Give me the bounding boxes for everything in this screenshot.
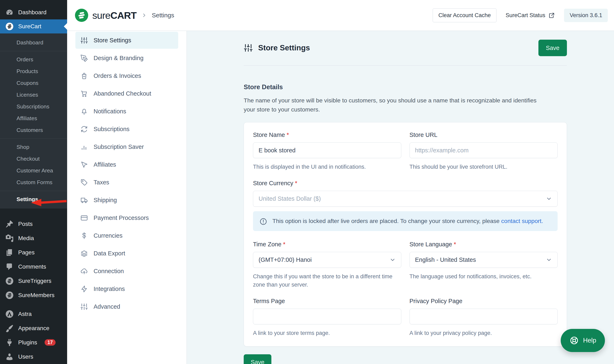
- page-title-row: Store Settings Save: [244, 40, 567, 56]
- sidebar-item-label: SureMembers: [18, 292, 54, 299]
- bar-chart-icon: [80, 143, 88, 151]
- privacy-page-input[interactable]: [410, 309, 558, 324]
- submenu-item-subscriptions[interactable]: Subscriptions: [0, 101, 67, 113]
- sidebar-item-label: Astra: [18, 311, 32, 317]
- store-language-select[interactable]: English - United States: [410, 252, 558, 268]
- store-language-value: English - United States: [415, 256, 476, 263]
- help-button[interactable]: Help: [561, 329, 605, 352]
- nav-item-subscriptions[interactable]: Subscriptions: [75, 121, 178, 138]
- sidebar-item-plugins[interactable]: Plugins 17: [0, 335, 67, 350]
- sidebar-item-suremembers[interactable]: SureMembers: [0, 288, 67, 302]
- cart-icon: [80, 90, 88, 97]
- store-currency-value: United States Dollar ($): [259, 195, 321, 202]
- pen-nib-icon: [80, 54, 88, 62]
- contact-support-link[interactable]: contact support.: [501, 218, 543, 224]
- sidebar-item-media[interactable]: Media: [0, 231, 67, 245]
- sidebar-item-posts[interactable]: Posts: [0, 217, 67, 231]
- save-button-bottom[interactable]: Save: [244, 354, 271, 364]
- submenu-item-customer-area[interactable]: Customer Area: [0, 165, 67, 177]
- nav-item-design-branding[interactable]: Design & Branding: [75, 50, 178, 66]
- sidebar-item-astra[interactable]: Astra: [0, 307, 67, 321]
- sidebar-item-pages[interactable]: Pages: [0, 245, 67, 260]
- info-icon: [259, 217, 267, 226]
- time-zone-value: (GMT+07:00) Hanoi: [259, 256, 312, 263]
- nav-item-connection[interactable]: Connection: [75, 263, 178, 280]
- store-language-field-group: Store Language* English - United States …: [410, 241, 558, 289]
- submenu-item-custom-forms[interactable]: Custom Forms: [0, 177, 67, 188]
- terms-page-input[interactable]: [253, 309, 401, 324]
- layers-icon: [80, 250, 88, 257]
- suretriggers-logo-icon: [5, 277, 14, 285]
- nav-item-advanced[interactable]: Advanced: [75, 298, 178, 315]
- chevron-down-icon: [546, 257, 552, 263]
- main-panel: Store Settings Save Store Details The na…: [187, 31, 614, 364]
- submenu-item-dashboard[interactable]: Dashboard: [0, 37, 67, 49]
- nav-item-store-settings[interactable]: Store Settings: [75, 32, 178, 49]
- sidebar-item-surecart[interactable]: SureCart: [0, 19, 67, 33]
- brand-wordmark: sureCART: [92, 10, 137, 21]
- external-link-icon: [548, 12, 555, 19]
- required-marker: *: [454, 241, 456, 247]
- plugins-count-badge: 17: [45, 339, 56, 346]
- privacy-page-help: A link to your privacy policy page.: [410, 329, 558, 337]
- nav-item-label: Subscription Saver: [93, 143, 144, 150]
- nav-item-affiliates[interactable]: Affiliates: [75, 156, 178, 173]
- sidebar-item-label: Appearance: [18, 325, 49, 332]
- nav-item-label: Integrations: [93, 286, 125, 292]
- store-currency-select[interactable]: United States Dollar ($): [253, 191, 558, 207]
- submenu-item-licenses[interactable]: Licenses: [0, 89, 67, 101]
- submenu-divider: [0, 191, 67, 191]
- sidebar-top-padding: [0, 0, 67, 5]
- nav-item-orders-invoices[interactable]: Orders & Invoices: [75, 67, 178, 84]
- nav-item-label: Advanced: [93, 303, 120, 310]
- nav-item-data-export[interactable]: Data Export: [75, 245, 178, 262]
- header-actions: Clear Account Cache SureCart Status Vers…: [433, 9, 608, 22]
- store-name-label: Store Name*: [253, 131, 401, 138]
- sidebar-item-wp-dashboard[interactable]: Dashboard: [0, 5, 67, 19]
- sidebar-item-label: Media: [18, 235, 34, 242]
- terms-page-field-group: Terms Page A link to your store terms pa…: [253, 298, 401, 337]
- chevron-down-icon: [546, 195, 552, 202]
- sidebar-item-suretriggers[interactable]: SureTriggers: [0, 274, 67, 288]
- gauge-icon: [5, 8, 14, 16]
- surecart-status-link[interactable]: SureCart Status: [506, 12, 555, 19]
- page-title: Store Settings: [258, 44, 310, 52]
- sidebar-item-label: Plugins: [18, 339, 37, 346]
- sidebar-item-appearance[interactable]: Appearance: [0, 321, 67, 335]
- sidebar-item-users[interactable]: Users: [0, 350, 67, 364]
- store-name-field-group: Store Name* This is displayed in the UI …: [253, 131, 401, 171]
- nav-item-taxes[interactable]: Taxes: [75, 174, 178, 191]
- surecart-app: sureCART Settings Clear Account Cache Su…: [67, 0, 614, 364]
- submenu-item-coupons[interactable]: Coupons: [0, 77, 67, 89]
- surecart-brand[interactable]: sureCART: [75, 9, 137, 22]
- sidebar-item-label: SureTriggers: [18, 278, 52, 284]
- nav-item-subscription-saver[interactable]: Subscription Saver: [75, 138, 178, 155]
- store-language-help: The language used for notifications, inv…: [410, 272, 558, 281]
- nav-item-currencies[interactable]: Currencies: [75, 227, 178, 244]
- nav-item-abandoned-checkout[interactable]: Abandoned Checkout: [75, 85, 178, 102]
- submenu-item-customers[interactable]: Customers: [0, 124, 67, 136]
- tag-icon: [80, 179, 88, 186]
- nav-item-shipping[interactable]: Shipping: [75, 192, 178, 208]
- nav-item-label: Connection: [93, 268, 124, 275]
- store-url-input[interactable]: [410, 143, 558, 158]
- zap-icon: [80, 285, 88, 293]
- sliders-icon: [80, 303, 88, 311]
- nav-item-notifications[interactable]: Notifications: [75, 103, 178, 120]
- nav-item-label: Affiliates: [93, 161, 116, 168]
- nav-item-label: Abandoned Checkout: [93, 90, 151, 97]
- clear-account-cache-button[interactable]: Clear Account Cache: [433, 9, 497, 22]
- save-button[interactable]: Save: [538, 40, 567, 56]
- store-name-input[interactable]: [253, 143, 401, 158]
- store-url-label: Store URL: [410, 131, 558, 138]
- time-zone-select[interactable]: (GMT+07:00) Hanoi: [253, 252, 401, 268]
- sidebar-item-comments[interactable]: Comments: [0, 260, 67, 274]
- submenu-item-products[interactable]: Products: [0, 65, 67, 77]
- submenu-item-orders[interactable]: Orders: [0, 54, 67, 65]
- nav-item-payment-processors[interactable]: Payment Processors: [75, 209, 178, 226]
- submenu-item-checkout[interactable]: Checkout: [0, 153, 67, 165]
- submenu-item-affiliates[interactable]: Affiliates: [0, 113, 67, 124]
- store-url-help: This should be your live storefront URL.: [410, 163, 558, 171]
- nav-item-integrations[interactable]: Integrations: [75, 280, 178, 297]
- submenu-item-shop[interactable]: Shop: [0, 141, 67, 153]
